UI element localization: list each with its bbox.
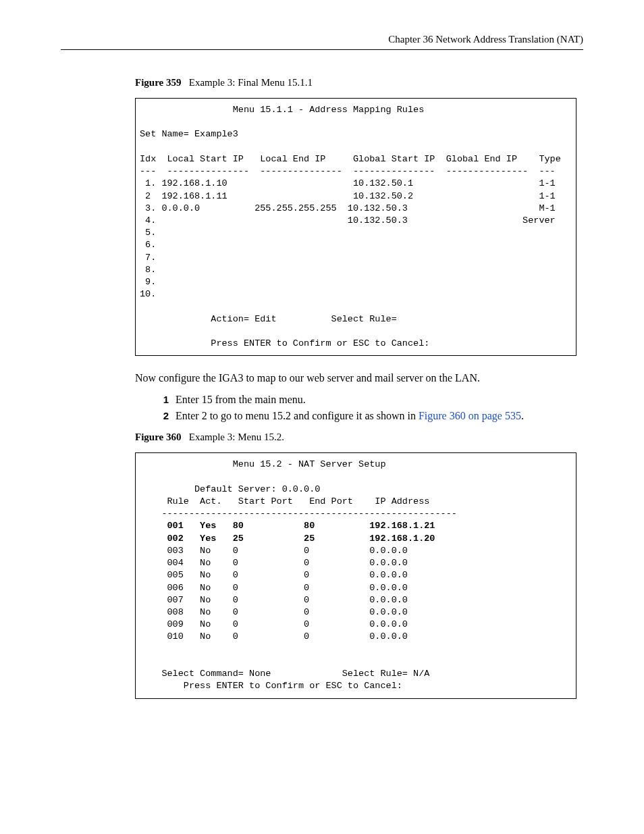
figure-360-link[interactable]: Figure 360 on page 535 [419,410,521,421]
step-2-text-a: Enter 2 to go to menu 15.2 and configure… [176,410,419,421]
figure-359-caption: Figure 359 Example 3: Final Menu 15.1.1 [135,77,583,88]
step-1-number: 1 [155,394,169,405]
figure-359-desc: Example 3: Final Menu 15.1.1 [189,77,313,88]
figure-359-terminal: Menu 15.1.1 - Address Mapping Rules Set … [135,98,576,356]
step-2-number: 2 [155,410,169,421]
figure-360-label: Figure 360 [135,432,181,442]
figure-360-desc: Example 3: Menu 15.2. [189,432,284,442]
figure-360-terminal-head: Menu 15.2 - NAT Server Setup Default Ser… [140,459,457,519]
figure-360-terminal-rest: 003 No 0 0 0.0.0.0 004 No 0 0 0.0.0.0 00… [140,546,429,691]
figure-360-terminal: Menu 15.2 - NAT Server Setup Default Ser… [135,452,576,698]
page: Chapter 36 Network Address Translation (… [0,0,644,834]
step-list: 1Enter 15 from the main menu. 2Enter 2 t… [155,394,583,422]
figure-359-label: Figure 359 [135,77,181,88]
step-2-text-b: . [521,410,524,421]
figure-360-terminal-bold: 001 Yes 80 80 192.168.1.21 002 Yes 25 25… [140,521,435,543]
figure-360-caption: Figure 360 Example 3: Menu 15.2. [135,432,583,443]
step-2: 2Enter 2 to go to menu 15.2 and configur… [155,410,583,422]
top-rule [61,49,583,50]
step-1-text: Enter 15 from the main menu. [176,394,306,405]
step-1: 1Enter 15 from the main menu. [155,394,583,406]
body-paragraph: Now configure the IGA3 to map to our web… [135,372,583,384]
chapter-header: Chapter 36 Network Address Translation (… [61,34,583,45]
